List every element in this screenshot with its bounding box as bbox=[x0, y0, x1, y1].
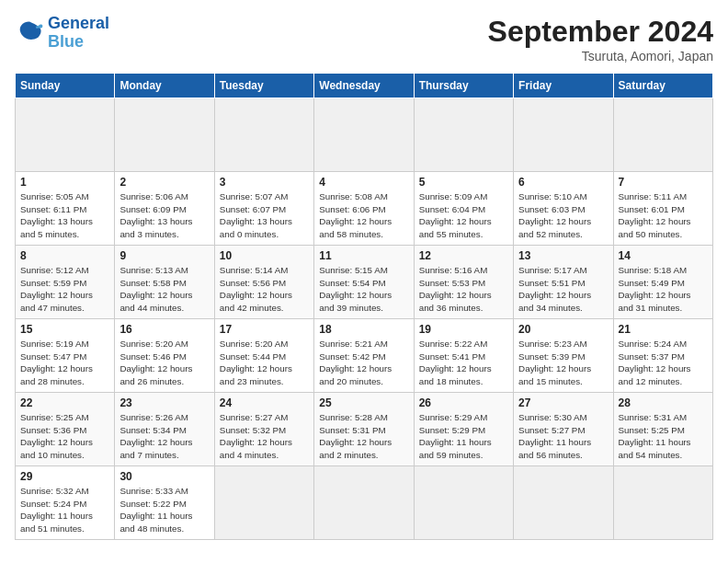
calendar-cell bbox=[16, 98, 115, 172]
day-info: Sunrise: 5:31 AMSunset: 5:25 PMDaylight:… bbox=[619, 411, 708, 462]
title-block: September 2024 Tsuruta, Aomori, Japan bbox=[488, 15, 713, 63]
day-info: Sunrise: 5:15 AMSunset: 5:54 PMDaylight:… bbox=[319, 264, 408, 315]
logo-icon bbox=[15, 20, 44, 46]
day-number: 28 bbox=[619, 396, 708, 409]
day-info: Sunrise: 5:10 AMSunset: 6:03 PMDaylight:… bbox=[518, 190, 608, 241]
day-number: 24 bbox=[220, 396, 309, 409]
calendar-cell: 21Sunrise: 5:24 AMSunset: 5:37 PMDayligh… bbox=[613, 319, 712, 393]
calendar-cell: 5Sunrise: 5:09 AMSunset: 6:04 PMDaylight… bbox=[414, 172, 513, 246]
day-number: 1 bbox=[20, 176, 109, 189]
calendar-cell: 4Sunrise: 5:08 AMSunset: 6:06 PMDaylight… bbox=[314, 172, 414, 246]
calendar-cell: 16Sunrise: 5:20 AMSunset: 5:46 PMDayligh… bbox=[115, 319, 214, 393]
day-number: 23 bbox=[119, 396, 209, 409]
calendar-week-row: 29Sunrise: 5:32 AMSunset: 5:24 PMDayligh… bbox=[16, 466, 713, 540]
day-info: Sunrise: 5:23 AMSunset: 5:39 PMDaylight:… bbox=[518, 338, 608, 388]
day-number: 9 bbox=[119, 249, 209, 262]
day-number: 5 bbox=[419, 176, 508, 189]
day-number: 22 bbox=[20, 396, 109, 409]
calendar-cell: 23Sunrise: 5:26 AMSunset: 5:34 PMDayligh… bbox=[115, 393, 214, 466]
day-info: Sunrise: 5:14 AMSunset: 5:56 PMDaylight:… bbox=[220, 264, 309, 315]
day-number: 16 bbox=[119, 323, 209, 336]
calendar-cell bbox=[314, 466, 414, 540]
calendar-cell bbox=[514, 98, 613, 172]
calendar-cell bbox=[613, 466, 712, 540]
day-info: Sunrise: 5:08 AMSunset: 6:06 PMDaylight:… bbox=[319, 190, 408, 241]
day-number: 29 bbox=[20, 470, 109, 483]
calendar-cell: 11Sunrise: 5:15 AMSunset: 5:54 PMDayligh… bbox=[314, 246, 414, 319]
day-number: 21 bbox=[619, 323, 708, 336]
weekday-header-sunday: Sunday bbox=[16, 74, 115, 98]
calendar-cell bbox=[214, 466, 313, 540]
day-info: Sunrise: 5:20 AMSunset: 5:46 PMDaylight:… bbox=[119, 338, 209, 388]
day-number: 14 bbox=[619, 249, 708, 262]
calendar-cell bbox=[514, 466, 613, 540]
calendar-cell: 17Sunrise: 5:20 AMSunset: 5:44 PMDayligh… bbox=[214, 319, 313, 393]
calendar-cell: 8Sunrise: 5:12 AMSunset: 5:59 PMDaylight… bbox=[16, 246, 115, 319]
day-info: Sunrise: 5:19 AMSunset: 5:47 PMDaylight:… bbox=[20, 338, 109, 388]
day-info: Sunrise: 5:26 AMSunset: 5:34 PMDaylight:… bbox=[119, 411, 209, 462]
day-info: Sunrise: 5:20 AMSunset: 5:44 PMDaylight:… bbox=[220, 338, 309, 388]
weekday-header-thursday: Thursday bbox=[414, 74, 513, 98]
day-number: 18 bbox=[319, 323, 408, 336]
day-number: 19 bbox=[419, 323, 508, 336]
day-info: Sunrise: 5:27 AMSunset: 5:32 PMDaylight:… bbox=[220, 411, 309, 462]
day-info: Sunrise: 5:29 AMSunset: 5:29 PMDaylight:… bbox=[419, 411, 508, 462]
page-header: GeneralBlue September 2024 Tsuruta, Aomo… bbox=[15, 15, 713, 63]
weekday-header-wednesday: Wednesday bbox=[314, 74, 414, 98]
weekday-header-row: SundayMondayTuesdayWednesdayThursdayFrid… bbox=[16, 74, 713, 98]
calendar-cell: 27Sunrise: 5:30 AMSunset: 5:27 PMDayligh… bbox=[514, 393, 613, 466]
day-info: Sunrise: 5:13 AMSunset: 5:58 PMDaylight:… bbox=[119, 264, 209, 315]
calendar-cell: 19Sunrise: 5:22 AMSunset: 5:41 PMDayligh… bbox=[414, 319, 513, 393]
month-year-title: September 2024 bbox=[488, 15, 713, 49]
calendar-cell: 7Sunrise: 5:11 AMSunset: 6:01 PMDaylight… bbox=[613, 172, 712, 246]
day-info: Sunrise: 5:32 AMSunset: 5:24 PMDaylight:… bbox=[20, 485, 109, 535]
calendar-cell bbox=[214, 98, 313, 172]
logo: GeneralBlue bbox=[15, 15, 109, 52]
calendar-cell: 18Sunrise: 5:21 AMSunset: 5:42 PMDayligh… bbox=[314, 319, 414, 393]
calendar-table: SundayMondayTuesdayWednesdayThursdayFrid… bbox=[15, 73, 713, 540]
calendar-cell: 1Sunrise: 5:05 AMSunset: 6:11 PMDaylight… bbox=[16, 172, 115, 246]
calendar-cell: 6Sunrise: 5:10 AMSunset: 6:03 PMDaylight… bbox=[514, 172, 613, 246]
day-info: Sunrise: 5:12 AMSunset: 5:59 PMDaylight:… bbox=[20, 264, 109, 315]
day-info: Sunrise: 5:06 AMSunset: 6:09 PMDaylight:… bbox=[119, 190, 209, 241]
day-number: 10 bbox=[220, 249, 309, 262]
day-number: 3 bbox=[220, 176, 309, 189]
day-info: Sunrise: 5:24 AMSunset: 5:37 PMDaylight:… bbox=[619, 338, 708, 388]
calendar-cell: 3Sunrise: 5:07 AMSunset: 6:07 PMDaylight… bbox=[214, 172, 313, 246]
day-info: Sunrise: 5:05 AMSunset: 6:11 PMDaylight:… bbox=[20, 190, 109, 241]
day-number: 6 bbox=[518, 176, 608, 189]
weekday-header-saturday: Saturday bbox=[613, 74, 712, 98]
day-number: 25 bbox=[319, 396, 408, 409]
day-number: 8 bbox=[20, 249, 109, 262]
day-number: 15 bbox=[20, 323, 109, 336]
location-subtitle: Tsuruta, Aomori, Japan bbox=[488, 49, 713, 63]
day-number: 12 bbox=[419, 249, 508, 262]
calendar-cell: 15Sunrise: 5:19 AMSunset: 5:47 PMDayligh… bbox=[16, 319, 115, 393]
day-info: Sunrise: 5:09 AMSunset: 6:04 PMDaylight:… bbox=[419, 190, 508, 241]
calendar-week-row bbox=[16, 98, 713, 172]
weekday-header-friday: Friday bbox=[514, 74, 613, 98]
day-number: 27 bbox=[518, 396, 608, 409]
calendar-cell bbox=[115, 98, 214, 172]
calendar-cell: 28Sunrise: 5:31 AMSunset: 5:25 PMDayligh… bbox=[613, 393, 712, 466]
calendar-cell: 2Sunrise: 5:06 AMSunset: 6:09 PMDaylight… bbox=[115, 172, 214, 246]
day-info: Sunrise: 5:33 AMSunset: 5:22 PMDaylight:… bbox=[119, 485, 209, 535]
logo-text: GeneralBlue bbox=[48, 15, 109, 52]
weekday-header-tuesday: Tuesday bbox=[214, 74, 313, 98]
calendar-cell: 9Sunrise: 5:13 AMSunset: 5:58 PMDaylight… bbox=[115, 246, 214, 319]
day-info: Sunrise: 5:22 AMSunset: 5:41 PMDaylight:… bbox=[419, 338, 508, 388]
day-info: Sunrise: 5:28 AMSunset: 5:31 PMDaylight:… bbox=[319, 411, 408, 462]
day-info: Sunrise: 5:11 AMSunset: 6:01 PMDaylight:… bbox=[619, 190, 708, 241]
day-number: 11 bbox=[319, 249, 408, 262]
calendar-cell: 12Sunrise: 5:16 AMSunset: 5:53 PMDayligh… bbox=[414, 246, 513, 319]
day-number: 20 bbox=[518, 323, 608, 336]
calendar-cell: 13Sunrise: 5:17 AMSunset: 5:51 PMDayligh… bbox=[514, 246, 613, 319]
day-number: 26 bbox=[419, 396, 508, 409]
calendar-week-row: 8Sunrise: 5:12 AMSunset: 5:59 PMDaylight… bbox=[16, 246, 713, 319]
calendar-cell: 14Sunrise: 5:18 AMSunset: 5:49 PMDayligh… bbox=[613, 246, 712, 319]
calendar-cell: 10Sunrise: 5:14 AMSunset: 5:56 PMDayligh… bbox=[214, 246, 313, 319]
weekday-header-monday: Monday bbox=[115, 74, 214, 98]
calendar-cell bbox=[314, 98, 414, 172]
calendar-cell bbox=[414, 98, 513, 172]
calendar-cell: 29Sunrise: 5:32 AMSunset: 5:24 PMDayligh… bbox=[16, 466, 115, 540]
